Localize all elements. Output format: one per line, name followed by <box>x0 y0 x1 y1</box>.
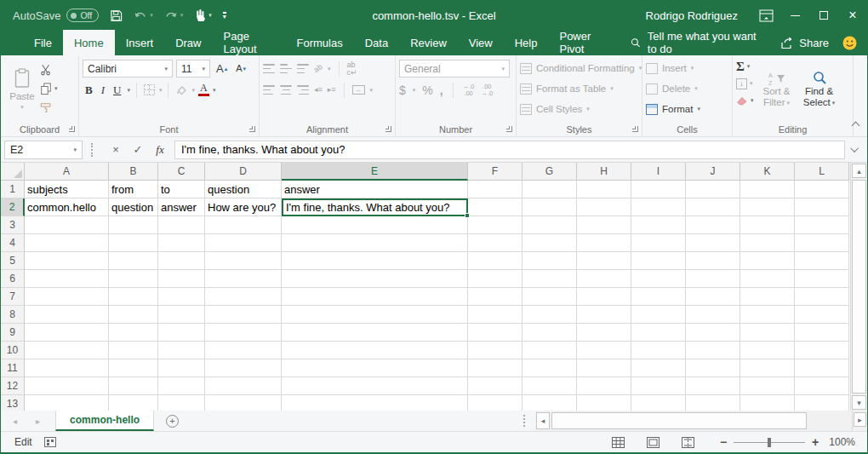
undo-button[interactable]: ▾ <box>134 9 153 21</box>
cancel-button[interactable]: × <box>105 141 127 159</box>
cell-A9[interactable] <box>25 324 109 342</box>
cell-J8[interactable] <box>686 306 740 324</box>
tab-insert[interactable]: Insert <box>115 30 165 55</box>
alignment-dialog-launcher-icon[interactable] <box>385 126 391 132</box>
column-header-C[interactable]: C <box>158 163 205 181</box>
vertical-scrollbar[interactable]: ▴ ▾ <box>850 163 867 411</box>
cell-F2[interactable] <box>468 198 523 216</box>
normal-view-icon[interactable] <box>612 437 625 448</box>
ribbon-display-options-button[interactable] <box>751 1 780 30</box>
cell-C5[interactable] <box>158 252 205 270</box>
cell-B3[interactable] <box>109 216 158 234</box>
borders-caret-icon[interactable]: ▾ <box>159 87 163 94</box>
cell-B5[interactable] <box>109 252 158 270</box>
zoom-slider[interactable] <box>734 442 805 443</box>
macro-recording-icon[interactable] <box>44 437 56 447</box>
close-button[interactable]: × <box>838 1 867 30</box>
formula-bar-splitter[interactable] <box>91 143 100 157</box>
row-header-11[interactable]: 11 <box>1 359 25 377</box>
font-size-combo[interactable]: 11▾ <box>176 60 210 78</box>
cell-J1[interactable] <box>686 181 740 198</box>
vertical-scroll-thumb[interactable] <box>852 180 866 394</box>
tab-home[interactable]: Home <box>63 30 115 55</box>
page-break-preview-icon[interactable] <box>682 437 694 448</box>
cell-F6[interactable] <box>468 270 523 288</box>
cell-F13[interactable] <box>468 395 523 411</box>
save-button[interactable] <box>110 9 123 22</box>
number-format-combo[interactable]: General▾ <box>399 60 510 78</box>
cell-I1[interactable] <box>631 181 686 198</box>
cell-J12[interactable] <box>686 377 740 395</box>
decrease-decimal-icon[interactable]: .00 →.0 <box>481 83 493 97</box>
cell-B6[interactable] <box>109 270 158 288</box>
cell-E10[interactable] <box>282 342 468 359</box>
enter-button[interactable]: ✓ <box>127 141 149 159</box>
cell-J9[interactable] <box>686 324 740 342</box>
horizontal-scroll-thumb[interactable] <box>551 412 807 429</box>
column-header-B[interactable]: B <box>109 163 158 181</box>
cell-H6[interactable] <box>577 270 631 288</box>
cell-D4[interactable] <box>205 234 282 252</box>
increase-decimal-icon[interactable]: ←.0 .00 <box>463 83 475 97</box>
cell-F11[interactable] <box>468 359 523 377</box>
cell-J2[interactable] <box>686 198 740 216</box>
cell-E8[interactable] <box>282 306 468 324</box>
cell-K8[interactable] <box>740 306 795 324</box>
cell-G6[interactable] <box>523 270 577 288</box>
cell-F4[interactable] <box>468 234 523 252</box>
maximize-button[interactable] <box>809 1 838 30</box>
row-header-4[interactable]: 4 <box>1 234 25 252</box>
tab-view[interactable]: View <box>458 30 504 55</box>
cell-I5[interactable] <box>631 252 686 270</box>
cell-A6[interactable] <box>25 270 109 288</box>
merge-caret-icon[interactable]: ▾ <box>370 87 374 94</box>
cell-L1[interactable] <box>795 181 849 198</box>
column-header-A[interactable]: A <box>25 163 109 181</box>
cell-D9[interactable] <box>205 324 282 342</box>
cell-G5[interactable] <box>523 252 577 270</box>
column-header-J[interactable]: J <box>686 163 740 181</box>
increase-indent-icon[interactable]: ▸≡ <box>328 86 336 94</box>
row-header-5[interactable]: 5 <box>1 252 25 270</box>
fill-color-icon[interactable] <box>174 84 188 96</box>
row-header-6[interactable]: 6 <box>1 270 25 288</box>
cell-C2[interactable]: answer <box>158 198 205 216</box>
find-select-button[interactable]: Find & Select▾ <box>800 58 839 121</box>
comma-style-icon[interactable]: , <box>440 83 443 97</box>
cell-I8[interactable] <box>631 306 686 324</box>
top-align-icon[interactable] <box>263 64 275 73</box>
cell-G9[interactable] <box>523 324 577 342</box>
cell-J5[interactable] <box>686 252 740 270</box>
cell-A7[interactable] <box>25 288 109 306</box>
tell-me-search[interactable]: Tell me what you want to do <box>619 30 770 55</box>
sort-filter-button[interactable]: AZ Sort & Filter▾ <box>757 58 797 121</box>
row-header-3[interactable]: 3 <box>1 216 25 234</box>
clear-button[interactable]: ▾ <box>736 94 754 107</box>
touch-mouse-mode-button[interactable]: ▾ <box>194 9 212 22</box>
cell-E3[interactable] <box>282 216 468 234</box>
cell-B2[interactable]: question <box>109 198 158 216</box>
cell-D1[interactable]: question <box>205 181 282 198</box>
cell-H13[interactable] <box>577 395 631 411</box>
align-right-icon[interactable] <box>297 85 309 95</box>
cell-F9[interactable] <box>468 324 523 342</box>
column-header-E[interactable]: E <box>282 163 468 181</box>
cell-J11[interactable] <box>686 359 740 377</box>
cell-J3[interactable] <box>686 216 740 234</box>
format-cells-button[interactable]: Format ▾ <box>646 99 728 119</box>
increase-font-size-button[interactable]: A▴ <box>214 63 230 74</box>
cell-E12[interactable] <box>282 377 468 395</box>
customize-quick-access-toolbar-icon[interactable]: ▾ <box>223 12 226 20</box>
zoom-out-icon[interactable]: − <box>720 435 727 449</box>
cell-H12[interactable] <box>577 377 631 395</box>
cell-A5[interactable] <box>25 252 109 270</box>
cell-F5[interactable] <box>468 252 523 270</box>
cell-K12[interactable] <box>740 377 795 395</box>
cell-K9[interactable] <box>740 324 795 342</box>
cell-D11[interactable] <box>205 359 282 377</box>
cell-H3[interactable] <box>577 216 631 234</box>
cell-I12[interactable] <box>631 377 686 395</box>
cell-L8[interactable] <box>795 306 849 324</box>
cell-B8[interactable] <box>109 306 158 324</box>
underline-caret-icon[interactable]: ▾ <box>127 87 130 94</box>
